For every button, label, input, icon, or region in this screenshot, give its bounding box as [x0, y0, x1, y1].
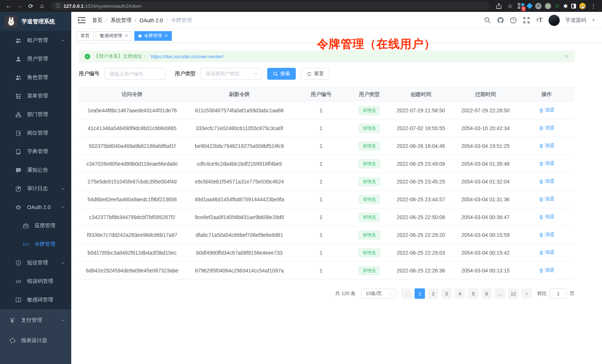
- pager-page-4[interactable]: 4: [455, 288, 465, 299]
- pager-number-buttons: 123456…12: [415, 288, 518, 299]
- alert-close-icon[interactable]: ✕: [564, 53, 569, 59]
- page-size-select[interactable]: 10条/页: [361, 288, 396, 299]
- audit-icon: [15, 185, 22, 192]
- token-table: 访问令牌刷新令牌用户编号用户类型创建时间过期时间操作 1ea5e44f8bc14…: [79, 87, 575, 279]
- sidebar-item-dept[interactable]: 部门管理: [0, 105, 71, 124]
- force-logout-button[interactable]: 强退: [539, 249, 554, 256]
- sidebar-item-sensitive[interactable]: 敏感词管理: [0, 291, 71, 309]
- extension-command-icon[interactable]: ⌘: [535, 3, 542, 9]
- tab-sensitive-words[interactable]: 敏感词管理 ✕: [96, 31, 132, 41]
- fullscreen-icon[interactable]: [523, 17, 530, 24]
- sidebar-item-notice[interactable]: 通知公告: [0, 161, 71, 179]
- extension-grid-icon[interactable]: 9: [518, 3, 524, 9]
- force-logout-button[interactable]: 强退: [539, 214, 554, 220]
- sidebar-item-app[interactable]: 应用管理: [0, 216, 71, 235]
- force-logout-button[interactable]: 强退: [539, 196, 554, 202]
- chevron-down-icon[interactable]: ▼: [592, 18, 595, 22]
- sidebar-item-oauth[interactable]: OAuth 2.0: [0, 198, 71, 216]
- sidebar-item-pay[interactable]: 支付管理: [0, 310, 71, 330]
- avatar[interactable]: [549, 15, 560, 26]
- chevron-down-icon: [61, 38, 65, 43]
- breadcrumb-system[interactable]: 系统管理: [111, 17, 131, 24]
- close-icon[interactable]: ✕: [164, 33, 168, 38]
- user-type-badge: 管理员: [359, 142, 380, 150]
- pager-page-3[interactable]: 3: [441, 288, 452, 299]
- sidebar-item-dict[interactable]: 字典管理: [0, 142, 71, 161]
- breadcrumb-oauth[interactable]: OAuth 2.0: [140, 17, 163, 23]
- browser-back-button[interactable]: ←: [4, 1, 13, 10]
- pager-page-6[interactable]: 6: [481, 288, 492, 299]
- browser-forward-button[interactable]: →: [15, 1, 24, 10]
- bookmark-star-icon[interactable]: ☆: [505, 1, 515, 10]
- user-type-badge: 管理员: [359, 195, 380, 204]
- collapse-sidebar-icon[interactable]: [78, 17, 86, 24]
- breadcrumb-home[interactable]: 首页: [92, 17, 102, 24]
- doc-link[interactable]: https://doc.iocoder.cn/user-center/: [151, 54, 223, 59]
- goto-label: 前往: [537, 290, 547, 297]
- table-row: 54d6be82ee5a460a9aedc1f9bf22365649d1aa46…: [79, 191, 575, 208]
- sidebar-item-errcode[interactable]: 错误码管理: [0, 272, 71, 291]
- force-logout-button[interactable]: 强退: [539, 125, 554, 131]
- github-icon[interactable]: [497, 17, 504, 24]
- pager-page-2[interactable]: 2: [428, 288, 438, 299]
- extension-emoji-icon[interactable]: [579, 3, 586, 9]
- username[interactable]: 芋道源码: [565, 17, 586, 24]
- access-token-cell: 275e5de9151045fe87cbdc395e004f4d: [79, 173, 186, 191]
- sidebar-item-menu[interactable]: 菜单管理: [0, 87, 71, 105]
- pager-prev-button[interactable]: ‹: [401, 288, 412, 299]
- browser-reload-button[interactable]: ⟳: [26, 1, 36, 10]
- sidebar-item-tenant[interactable]: 租户管理: [0, 31, 71, 50]
- table-row: c342377bf8b344799dcbf7bf095287f29ce8ef2a…: [79, 208, 575, 226]
- created-time-cell: 2022-06-25 22:29:03: [390, 244, 452, 262]
- close-icon[interactable]: ✕: [125, 33, 128, 38]
- extension-gem-icon[interactable]: [527, 3, 533, 9]
- expire-time-cell: 2054-03-04 00:15:59: [452, 226, 519, 244]
- refresh-token-cell: cdfc4ce9c2da4bb1bdf21b9918ff4be5: [186, 155, 293, 173]
- force-logout-button[interactable]: 强退: [539, 142, 554, 149]
- sidebar-item-post[interactable]: 岗位管理: [0, 124, 71, 142]
- site-info-icon[interactable]: ⓘ: [56, 3, 60, 9]
- sidebar-item-report[interactable]: 报表设计器: [0, 330, 71, 351]
- tab-token-management[interactable]: 令牌管理 ✕: [134, 31, 172, 41]
- font-size-icon[interactable]: TT: [536, 17, 543, 24]
- address-bar[interactable]: ⓘ 127.0.0.1:1024/system/oauth2/token: [51, 1, 490, 10]
- force-logout-button[interactable]: 强退: [539, 160, 554, 167]
- reset-button[interactable]: 重置: [301, 68, 330, 80]
- table-row: 502375b8040a469a9b82188afdf6af1fbe90422b…: [79, 137, 575, 155]
- expire-time-cell: 2054-03-04 00:15:42: [452, 244, 519, 262]
- pager-page-5[interactable]: 5: [468, 288, 478, 299]
- extension-sidepanel-icon[interactable]: [571, 4, 576, 9]
- notice-icon: [15, 167, 22, 173]
- pager-page-1[interactable]: 1: [415, 288, 425, 299]
- force-logout-button[interactable]: 强退: [539, 267, 554, 274]
- pager-next-button[interactable]: ›: [521, 288, 532, 299]
- search-icon[interactable]: [484, 17, 491, 24]
- browser-home-button[interactable]: ⌂: [37, 1, 47, 10]
- created-time-cell: 2022-06-25 22:29:20: [390, 226, 452, 244]
- user-type-select[interactable]: 请选择用户类型: [201, 68, 262, 80]
- sidebar-item-user[interactable]: 用户管理: [0, 50, 71, 68]
- sidebar-item-sms[interactable]: 短信管理: [0, 254, 71, 272]
- svg-text:A: A: [25, 243, 27, 245]
- force-logout-button[interactable]: 强退: [539, 107, 554, 113]
- tab-home[interactable]: 首页: [76, 31, 94, 41]
- pager-page-12[interactable]: 12: [508, 288, 518, 299]
- refresh-token-cell: 811c530487574fa0af1a59d3abc1aa66: [186, 102, 293, 119]
- share-icon[interactable]: [494, 1, 504, 10]
- sidebar-item-role[interactable]: 角色管理: [0, 68, 71, 87]
- pager-ellipsis[interactable]: …: [495, 288, 505, 299]
- user-id-input[interactable]: [105, 68, 166, 80]
- help-icon[interactable]: ?: [510, 17, 517, 24]
- force-logout-button[interactable]: 强退: [539, 231, 554, 238]
- expire-time-cell: 2054-03-10 20:42:34: [452, 119, 519, 137]
- sidebar-item-token[interactable]: A令牌管理: [0, 235, 71, 254]
- sidebar: 芋道管理系统 租户管理用户管理角色管理菜单管理部门管理岗位管理字典管理通知公告审…: [0, 12, 71, 364]
- sidebar-item-audit[interactable]: 审计日志: [0, 179, 71, 198]
- browser-menu-icon[interactable]: ⋮: [589, 1, 598, 10]
- goto-page-input[interactable]: [550, 288, 567, 299]
- extension-record-icon[interactable]: [545, 3, 551, 9]
- extension-flower-icon[interactable]: ✱: [563, 3, 568, 9]
- extension-star-icon[interactable]: ☆: [554, 3, 560, 9]
- search-button[interactable]: 搜索: [267, 68, 296, 80]
- force-logout-button[interactable]: 强退: [539, 178, 554, 185]
